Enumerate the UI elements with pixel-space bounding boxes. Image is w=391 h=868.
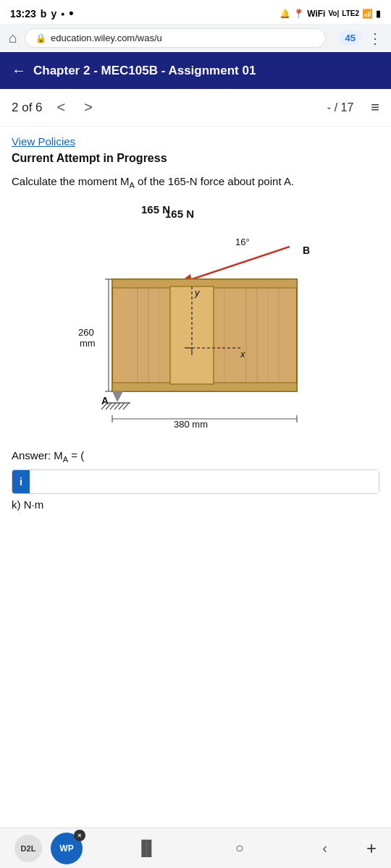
bold-icon: b	[41, 8, 47, 20]
list-icon[interactable]: ≡	[371, 99, 379, 116]
tab-count-badge[interactable]: 45	[339, 30, 362, 46]
browser-bar: ⌂ 🔒 education.wiley.com/was/u 45 ⋮	[0, 24, 391, 52]
svg-text:16°: 16°	[235, 237, 250, 247]
time-display: 13:23	[10, 8, 36, 20]
answer-input-field[interactable]	[30, 470, 379, 493]
svg-text:380 mm: 380 mm	[174, 419, 208, 430]
wp-label: WP	[59, 843, 73, 854]
svg-marker-31	[112, 391, 123, 402]
prev-button[interactable]: <	[53, 98, 70, 117]
bottom-bar: D2L WP × ▐▌ ○ ‹ +	[0, 827, 391, 868]
question-text-part1: Calculate the moment M	[12, 175, 130, 187]
status-left: 13:23 b y ▪ •	[10, 6, 73, 21]
unit-label: k) N·m	[12, 498, 379, 511]
lte2-label: LTE2	[342, 9, 359, 17]
signal-icon: 📶	[362, 9, 373, 19]
next-button[interactable]: >	[80, 98, 97, 117]
svg-text:x: x	[240, 349, 245, 359]
status-bar: 13:23 b y ▪ • 🔔 📍 WiFi Vo| LTE2 📶 ▮	[0, 0, 391, 24]
d2l-button[interactable]: D2L	[14, 835, 42, 862]
lock-icon: 🔒	[35, 33, 46, 43]
status-right: 🔔 📍 WiFi Vo| LTE2 📶 ▮	[279, 9, 381, 19]
svg-line-2	[192, 247, 290, 279]
home-nav-icon[interactable]: ○	[235, 840, 244, 856]
wp-button[interactable]: WP ×	[51, 833, 83, 864]
back-button[interactable]: ←	[12, 62, 26, 79]
main-content: View Policies Current Attempt in Progres…	[0, 127, 391, 525]
wifi-icon: WiFi	[307, 9, 325, 19]
bell-icon: 🔔	[279, 9, 290, 19]
bottom-left-buttons: D2L WP ×	[14, 833, 83, 864]
question-text-part2: of the 165-N force about point A.	[135, 175, 294, 187]
question-text: Calculate the moment MA of the 165-N for…	[12, 174, 379, 192]
answer-input-box[interactable]: i	[12, 469, 379, 494]
menu-icon[interactable]: ▐▌	[136, 840, 156, 856]
dot-indicator: •	[69, 6, 73, 21]
mechanics-diagram: 165 N 16° B	[58, 203, 333, 435]
diagram-svg: 165 N 16° B	[58, 203, 333, 435]
plus-button[interactable]: +	[366, 838, 377, 859]
view-policies-link[interactable]: View Policies	[12, 135, 379, 148]
score-display: - / 17	[327, 101, 353, 114]
attempt-label: Current Attempt in Progress	[12, 152, 379, 165]
vol-label: Vo|	[328, 9, 339, 17]
svg-rect-18	[170, 286, 214, 384]
answer-prefix: Answer: MA = (	[12, 449, 84, 464]
navigation-row: 2 of 6 < > - / 17 ≡	[0, 89, 391, 127]
svg-text:mm: mm	[80, 338, 96, 349]
more-options-icon[interactable]: ⋮	[368, 30, 382, 47]
battery-icon: ▮	[376, 9, 381, 19]
home-icon[interactable]: ⌂	[9, 30, 17, 46]
chapter-title: Chapter 2 - MEC105B - Assignment 01	[33, 64, 256, 78]
screen-icon: ▪	[61, 8, 64, 20]
chapter-header: ← Chapter 2 - MEC105B - Assignment 01	[0, 52, 391, 89]
svg-text:B: B	[303, 244, 310, 256]
question-subscript-A: A	[130, 175, 135, 187]
back-nav-icon[interactable]: ‹	[322, 840, 327, 856]
bottom-nav-icons: ▐▌ ○ ‹	[97, 840, 366, 856]
y-icon: y	[51, 8, 56, 20]
svg-text:260: 260	[78, 327, 94, 338]
location-icon: 📍	[293, 9, 304, 19]
url-text: education.wiley.com/was/u	[51, 33, 162, 43]
info-button[interactable]: i	[12, 470, 30, 493]
wp-close-icon[interactable]: ×	[74, 830, 85, 841]
question-count: 2 of 6	[12, 101, 43, 115]
svg-text:165 N: 165 N	[165, 208, 194, 220]
diagram-container: 165 N 165 N 16° B	[12, 203, 379, 435]
url-bar[interactable]: 🔒 education.wiley.com/was/u	[25, 28, 325, 48]
answer-row: Answer: MA = (	[12, 449, 379, 464]
